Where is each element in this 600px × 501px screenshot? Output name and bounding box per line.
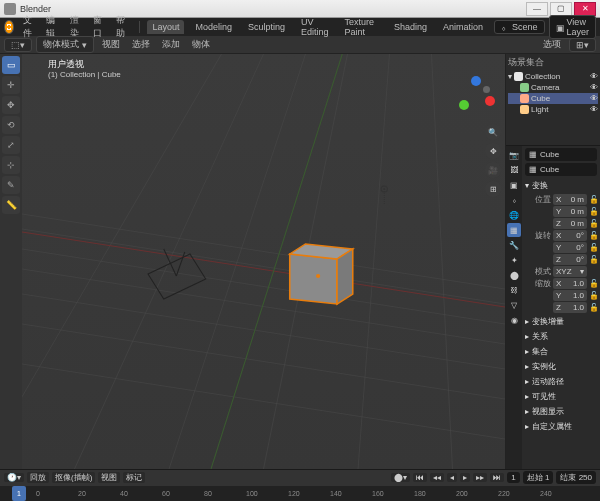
ptab-object[interactable]: ▦: [507, 223, 521, 237]
tree-light[interactable]: Light👁: [508, 104, 598, 115]
gizmo-z-icon[interactable]: [471, 76, 481, 86]
workspace-tab-sculpting[interactable]: Sculpting: [243, 20, 290, 34]
minimize-button[interactable]: —: [526, 2, 548, 16]
lock-icon[interactable]: 🔓: [589, 291, 597, 300]
tool-scale[interactable]: ⤢: [2, 136, 20, 154]
tool-rotate[interactable]: ⟲: [2, 116, 20, 134]
playhead[interactable]: 1: [12, 486, 26, 502]
data-crumb[interactable]: ▦Cube: [525, 163, 597, 176]
gizmo-x-icon[interactable]: [485, 96, 495, 106]
lock-icon[interactable]: 🔓: [589, 255, 597, 264]
ptab-render[interactable]: 📷: [507, 148, 521, 162]
jump-end-button[interactable]: ⏭: [490, 473, 504, 482]
ptab-particles[interactable]: ✦: [507, 253, 521, 267]
visibility-toggle[interactable]: 👁: [590, 83, 598, 92]
mode-dropdown[interactable]: 物体模式 ▾: [36, 36, 94, 53]
end-frame[interactable]: 结束 250: [556, 471, 596, 484]
lock-icon[interactable]: 🔓: [589, 231, 597, 240]
rot-x[interactable]: X0°: [553, 230, 587, 241]
lock-icon[interactable]: 🔓: [589, 207, 597, 216]
tl-keying[interactable]: 抠像(插帧): [52, 472, 95, 483]
visibility-toggle[interactable]: 👁: [590, 72, 598, 81]
panel-relations[interactable]: ▸ 关系: [525, 329, 597, 344]
workspace-tab-modeling[interactable]: Modeling: [190, 20, 237, 34]
viewlayer-selector[interactable]: ▣View Layer: [549, 15, 597, 39]
tl-marker[interactable]: 标记: [123, 472, 145, 483]
blender-logo-icon[interactable]: [4, 20, 14, 34]
lock-icon[interactable]: 🔓: [589, 279, 597, 288]
play-button[interactable]: ▸: [460, 473, 470, 482]
zoom-button[interactable]: 🔍: [485, 124, 501, 140]
panel-collections[interactable]: ▸ 集合: [525, 344, 597, 359]
header-select[interactable]: 选择: [128, 37, 154, 52]
tree-camera[interactable]: Camera👁: [508, 82, 598, 93]
lock-icon[interactable]: 🔓: [589, 219, 597, 228]
panel-transform[interactable]: ▾ 变换: [525, 178, 597, 193]
ptab-scene[interactable]: ⬨: [507, 193, 521, 207]
timeline-ruler[interactable]: 1 02040 6080100 120140160 180200220 240: [0, 486, 600, 502]
tl-view[interactable]: 视图: [98, 472, 120, 483]
workspace-tab-texture[interactable]: Texture Paint: [340, 15, 383, 39]
tree-cube[interactable]: Cube👁: [508, 93, 598, 104]
header-view[interactable]: 视图: [98, 37, 124, 52]
panel-custom[interactable]: ▸ 自定义属性: [525, 419, 597, 434]
lock-icon[interactable]: 🔓: [589, 195, 597, 204]
camera-view-button[interactable]: 🎥: [485, 162, 501, 178]
scale-x[interactable]: X1.0: [553, 278, 587, 289]
lock-icon[interactable]: 🔓: [589, 303, 597, 312]
lock-icon[interactable]: 🔓: [589, 243, 597, 252]
scale-y[interactable]: Y1.0: [553, 290, 587, 301]
scene-selector[interactable]: ⬨Scene: [494, 20, 545, 34]
ptab-modifiers[interactable]: 🔧: [507, 238, 521, 252]
ptab-viewlayer[interactable]: ▣: [507, 178, 521, 192]
panel-visibility[interactable]: ▸ 可见性: [525, 389, 597, 404]
current-frame[interactable]: 1: [507, 472, 519, 483]
overlays-toggle[interactable]: ⊞▾: [569, 38, 596, 52]
pan-button[interactable]: ✥: [485, 143, 501, 159]
rot-y[interactable]: Y0°: [553, 242, 587, 253]
play-reverse-button[interactable]: ◂: [447, 473, 457, 482]
editor-type-dropdown[interactable]: ⬚▾: [4, 38, 32, 52]
ptab-constraints[interactable]: ⛓: [507, 283, 521, 297]
workspace-tab-shading[interactable]: Shading: [389, 20, 432, 34]
gizmo-y-icon[interactable]: [459, 100, 469, 110]
tool-move[interactable]: ✥: [2, 96, 20, 114]
rot-mode[interactable]: XYZ▾: [553, 266, 587, 277]
ptab-output[interactable]: 🖼: [507, 163, 521, 177]
autokey-toggle[interactable]: ⬤▾: [391, 473, 410, 482]
header-options[interactable]: 选项: [539, 37, 565, 52]
panel-display[interactable]: ▸ 视图显示: [525, 404, 597, 419]
tool-cursor[interactable]: ✛: [2, 76, 20, 94]
header-object[interactable]: 物体: [188, 37, 214, 52]
ptab-material[interactable]: ◉: [507, 313, 521, 327]
object-crumb[interactable]: ▦Cube: [525, 148, 597, 161]
ptab-world[interactable]: 🌐: [507, 208, 521, 222]
gizmo-neg-icon[interactable]: [483, 86, 490, 93]
visibility-toggle[interactable]: 👁: [590, 105, 598, 114]
tree-collection[interactable]: ▾Collection👁: [508, 71, 598, 82]
loc-y[interactable]: Y0 m: [553, 206, 587, 217]
workspace-tab-animation[interactable]: Animation: [438, 20, 488, 34]
tl-playback[interactable]: 回放: [27, 472, 49, 483]
timeline-type-dropdown[interactable]: 🕐▾: [4, 473, 24, 482]
jump-start-button[interactable]: ⏮: [413, 473, 427, 482]
ptab-data[interactable]: ▽: [507, 298, 521, 312]
tool-measure[interactable]: 📏: [2, 196, 20, 214]
loc-z[interactable]: Z0 m: [553, 218, 587, 229]
header-add[interactable]: 添加: [158, 37, 184, 52]
view-gizmo[interactable]: [455, 74, 495, 114]
close-button[interactable]: ✕: [574, 2, 596, 16]
toggle-persp-button[interactable]: ⊞: [485, 181, 501, 197]
panel-delta[interactable]: ▸ 变换增量: [525, 314, 597, 329]
visibility-toggle[interactable]: 👁: [590, 94, 598, 103]
panel-instancing[interactable]: ▸ 实例化: [525, 359, 597, 374]
ptab-physics[interactable]: ⬤: [507, 268, 521, 282]
scale-z[interactable]: Z1.0: [553, 302, 587, 313]
next-key-button[interactable]: ▸▸: [473, 473, 487, 482]
tool-select-box[interactable]: ▭: [2, 56, 20, 74]
workspace-tab-uv[interactable]: UV Editing: [296, 15, 334, 39]
loc-x[interactable]: X0 m: [553, 194, 587, 205]
tool-transform[interactable]: ⊹: [2, 156, 20, 174]
workspace-tab-layout[interactable]: Layout: [147, 20, 184, 34]
3d-viewport[interactable]: 用户透视 (1) Collection | Cube 🔍 ✥ 🎥 ⊞: [22, 54, 505, 469]
